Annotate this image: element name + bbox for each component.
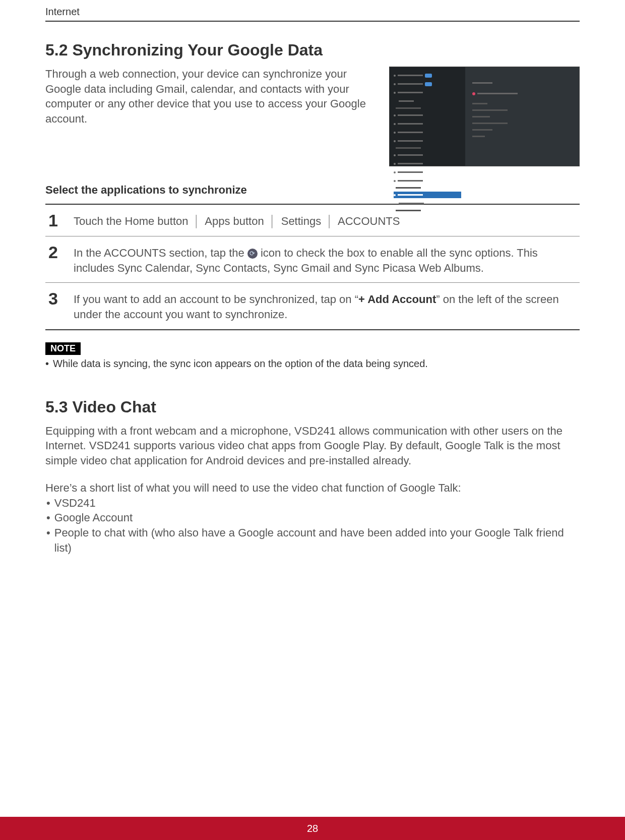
section-5-3-title: 5.3 Video Chat (45, 398, 580, 416)
requirements-intro: Here’s a short list of what you will nee… (45, 481, 580, 496)
step-2-text: In the ACCOUNTS section, tap the ⟳ icon … (74, 244, 577, 275)
sync-subhead: Select the applications to synchronize (45, 184, 580, 197)
requirements-list: •VSD241 •Google Account •People to chat … (45, 496, 580, 556)
section-5-3-para: Equipping with a front webcam and a micr… (45, 424, 580, 468)
section-5-2-intro: Through a web connection, your device ca… (45, 67, 377, 166)
list-item: •VSD241 (45, 496, 580, 511)
steps-table: 1 Touch the Home button │ Apps button │ … (45, 204, 580, 330)
page-number-footer: 28 (0, 817, 625, 840)
page-header: Internet (45, 6, 580, 22)
note-label: NOTE (45, 342, 81, 355)
step-row: 1 Touch the Home button │ Apps button │ … (45, 205, 580, 236)
step-1-text: Touch the Home button │ Apps button │ Se… (74, 212, 400, 229)
step-number: 2 (48, 244, 74, 275)
step-row: 3 If you want to add an account to be sy… (45, 283, 580, 329)
step-3-text: If you want to add an account to be sync… (74, 290, 577, 322)
list-item: •People to chat with (who also have a Go… (45, 525, 580, 555)
step-number: 3 (48, 290, 74, 322)
step-number: 1 (48, 212, 74, 229)
sync-icon: ⟳ (247, 249, 258, 259)
section-5-2-title: 5.2 Synchronizing Your Google Data (45, 41, 580, 59)
step-row: 2 In the ACCOUNTS section, tap the ⟳ ico… (45, 236, 580, 283)
settings-screenshot-thumbnail (389, 67, 580, 166)
list-item: •Google Account (45, 510, 580, 525)
note-text: • While data is syncing, the sync icon a… (45, 358, 580, 370)
